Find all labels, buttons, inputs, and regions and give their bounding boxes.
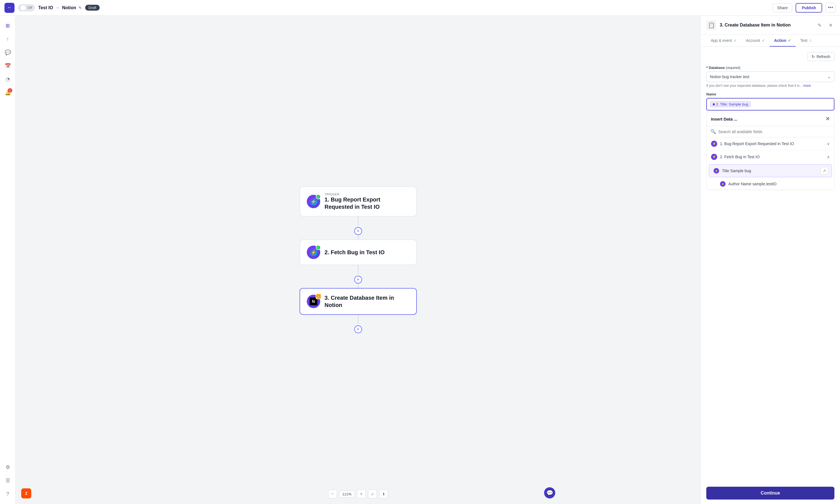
table-icon: ☰ — [5, 478, 10, 484]
group-2-dot: ⚡ — [711, 154, 717, 160]
step-1-icon: ⚡ ✓ — [307, 195, 320, 208]
zapier-logo-button[interactable]: Z — [21, 488, 31, 499]
title-part1: Test IO — [38, 5, 53, 10]
tab-action[interactable]: Action ✓ — [770, 35, 796, 47]
tab-test[interactable]: Test ⚠ — [796, 35, 817, 47]
sidebar-item-chat[interactable]: 💬 — [2, 47, 13, 58]
tab-account-check: ✓ — [762, 38, 765, 43]
data-item-1-label: ⚡ Title Sample bug — [714, 168, 751, 174]
sidebar-item-calendar[interactable]: 📅 — [2, 60, 13, 71]
toggle-switch[interactable]: Off — [18, 4, 35, 12]
help-icon: ? — [6, 491, 9, 497]
step-3-warn: ⚠ — [316, 293, 321, 299]
step-2-icon: ⚡ ✓ — [307, 246, 320, 259]
database-label: * Database (required) — [706, 66, 835, 70]
database-select[interactable]: Notion bug tracker test ⌄ — [706, 71, 835, 82]
zoom-out-button[interactable]: − — [328, 489, 337, 499]
connector-line-3 — [358, 315, 358, 324]
panel-title: 3. Create Database Item in Notion — [720, 23, 812, 28]
data-item-author-name[interactable]: ⚡ Author Name sample.testIO — [707, 178, 834, 190]
connector-3: + — [354, 315, 362, 333]
tab-action-label: Action — [774, 38, 786, 43]
share-button[interactable]: Share — [772, 3, 792, 12]
step-3-node[interactable]: N ⚠ 3. Create Database Item in Notion — [300, 288, 417, 315]
sidebar-item-apps[interactable]: ⊞ — [2, 20, 13, 31]
add-step-2-button[interactable]: + — [354, 276, 362, 284]
publish-button[interactable]: Publish — [796, 3, 822, 13]
group-1-chevron: ∨ — [827, 142, 830, 146]
name-tag-label: 2. Title: Sample bug — [716, 102, 748, 106]
step-2-node[interactable]: ⚡ ✓ 2. Fetch Bug in Test IO — [300, 239, 417, 265]
database-value: Notion bug tracker test — [710, 74, 749, 79]
data-item-2-icon: ⚡ — [720, 181, 726, 187]
connector-1: + — [354, 217, 362, 239]
data-item-1-insert-button[interactable]: ↗ — [820, 167, 828, 175]
canvas: ⚡ ✓ Trigger 1. Bug Report Export Request… — [16, 16, 700, 504]
group-1-dot: ⚡ — [711, 141, 717, 147]
data-group-2-header[interactable]: ⚡ 2. Fetch Bug in Test IO ∧ — [707, 150, 834, 163]
back-button[interactable]: ← — [4, 3, 15, 13]
data-group-1-title: ⚡ 1. Bug Report Export Requested in Test… — [711, 141, 794, 147]
tab-account[interactable]: Account ✓ — [741, 35, 770, 47]
sidebar-item-bell[interactable]: 🔔 1 — [2, 87, 13, 98]
tab-test-warn: ⚠ — [809, 38, 812, 42]
connector-line-1 — [358, 217, 358, 226]
continue-button[interactable]: Continue — [706, 487, 835, 500]
step-3-content: 3. Create Database Item in Notion — [325, 294, 410, 309]
topbar: ← Off Test IO → Notion ✎ Draft Share Pub… — [0, 0, 840, 16]
group-2-label: 2. Fetch Bug in Test IO — [720, 155, 759, 159]
sidebar-item-activity[interactable]: ◔ — [2, 74, 13, 85]
activity-icon: ◔ — [5, 76, 10, 82]
chat-assistant-icon: 💬 — [546, 489, 553, 496]
data-group-1-header[interactable]: ⚡ 1. Bug Report Export Requested in Test… — [707, 137, 834, 150]
tab-app-event[interactable]: App & event ✓ — [706, 35, 741, 47]
name-field[interactable]: 2. Title: Sample bug — [706, 98, 835, 110]
connector-line-2 — [358, 265, 358, 274]
insert-header: Insert Data ... ✕ — [707, 112, 834, 126]
refresh-button[interactable]: ↻ Refresh — [807, 52, 835, 61]
panel-notion-icon: 📋 — [706, 20, 716, 30]
zoom-level: 111% — [339, 491, 355, 498]
database-hint: If you don't see your expected database,… — [706, 84, 835, 88]
search-input[interactable] — [718, 129, 830, 134]
insert-close-button[interactable]: ✕ — [825, 116, 830, 122]
zoom-in-button[interactable]: + — [357, 489, 366, 499]
insert-search: 🔍 — [707, 126, 834, 137]
refresh-icon: ↻ — [811, 54, 815, 59]
more-options-button[interactable]: ••• — [825, 3, 836, 13]
group-2-icon: ⚡ — [712, 155, 716, 159]
name-field-section: Name 2. Title: Sample bug — [706, 92, 835, 110]
panel-close-button[interactable]: ✕ — [827, 21, 835, 29]
step-3-title: 3. Create Database Item in Notion — [325, 294, 410, 309]
database-hint-more[interactable]: more — [803, 84, 811, 88]
sidebar-item-settings[interactable]: ⚙ — [2, 462, 13, 473]
add-step-1-button[interactable]: + — [354, 227, 362, 235]
name-label: Name — [706, 92, 835, 96]
tag-dot — [713, 103, 715, 106]
data-item-1-icon: ⚡ — [714, 168, 719, 174]
step-1-logo: ⚡ — [309, 198, 317, 205]
step-1-title: 1. Bug Report Export Requested in Test I… — [325, 196, 410, 211]
data-item-title-sample-bug[interactable]: ⚡ Title Sample bug ↗ — [709, 164, 832, 177]
add-step-3-button[interactable]: + — [354, 325, 362, 333]
download-button[interactable]: ⬇ — [379, 489, 388, 499]
panel-tabs: App & event ✓ Account ✓ Action ✓ Test ⚠ — [701, 35, 840, 47]
apps-icon: ⊞ — [5, 23, 10, 29]
chevron-down-icon: ⌄ — [827, 74, 831, 79]
fit-screen-button[interactable]: ⤢ — [368, 489, 377, 499]
canvas-content: ⚡ ✓ Trigger 1. Bug Report Export Request… — [300, 186, 417, 333]
refresh-label: Refresh — [817, 54, 830, 59]
panel-edit-button[interactable]: ✎ — [816, 21, 823, 29]
sidebar-item-help[interactable]: ? — [2, 488, 13, 500]
sidebar-item-table[interactable]: ☰ — [2, 475, 13, 486]
left-sidebar: ⊞ ↑ 💬 📅 ◔ 🔔 1 ⚙ ☰ ? — [0, 16, 16, 504]
canvas-controls: − 111% + ⤢ ⬇ — [328, 489, 388, 499]
title-edit-icon[interactable]: ✎ — [78, 5, 82, 10]
step-1-node[interactable]: ⚡ ✓ Trigger 1. Bug Report Export Request… — [300, 186, 417, 217]
settings-icon: ⚙ — [5, 464, 10, 470]
sidebar-item-upload[interactable]: ↑ — [2, 34, 13, 44]
right-panel: 📋 3. Create Database Item in Notion ✎ ✕ … — [700, 16, 840, 504]
tab-action-check: ✓ — [788, 38, 791, 43]
chat-assistant-button[interactable]: 💬 — [544, 487, 555, 499]
toggle-circle — [21, 5, 26, 10]
